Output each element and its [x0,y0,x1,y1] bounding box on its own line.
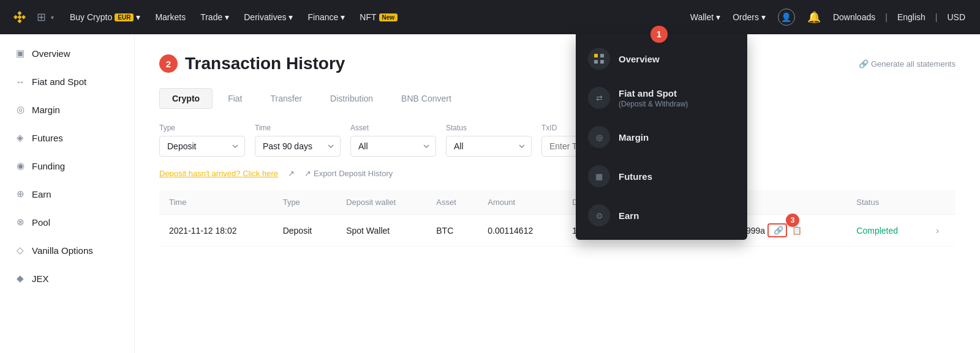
cell-asset: BTC [426,215,478,247]
sidebar-fiat-spot-label: Fiat and Spot [32,76,86,87]
filters-row: Type Deposit Time Past 90 days Asset All… [159,124,956,157]
sidebar-futures-label: Futures [32,133,63,143]
nav-finance-label: Finance [307,12,338,22]
funding-icon: ◉ [15,160,26,171]
pool-icon: ⊗ [15,217,26,228]
type-filter: Type Deposit [159,124,245,157]
tab-fiat[interactable]: Fiat [215,88,255,109]
sidebar-item-jex[interactable]: ◆ JEX [0,264,134,292]
txid-copy-box: 🔗 [767,223,787,237]
tab-bnb-convert[interactable]: BNB Convert [388,88,464,109]
futures-dropdown-icon: ▦ [588,165,610,187]
topnav-right: Wallet ▾ Orders ▾ 👤 🔔 Downloads | Englis… [685,0,970,34]
wallet-overview-item[interactable]: Overview [576,39,747,78]
nav-markets[interactable]: Markets [149,0,192,34]
sidebar-item-futures[interactable]: ◈ Futures [0,124,134,152]
overview-dropdown-text: Overview [619,54,660,64]
nav-derivatives-label: Derivatives [244,12,286,22]
tab-crypto[interactable]: Crypto [159,88,213,109]
sidebar-item-fiat-spot[interactable]: ↔ Fiat and Spot [0,67,134,95]
deposit-arrived-link[interactable]: Deposit hasn't arrived? Click here [159,169,278,178]
orders-label: Orders [733,12,759,22]
table-body: 2021-11-12 18:02 Deposit Spot Wallet BTC… [159,215,956,247]
export-deposit-history-link[interactable]: ↗ Export Deposit History [304,169,393,178]
status-label: Status [446,124,532,132]
table-header: Time Type Deposit wallet Asset Amount De… [159,190,956,215]
generate-icon: 🔗 [859,59,869,69]
links-row: Deposit hasn't arrived? Click here ↗ ↗ E… [159,169,956,178]
sidebar-overview-label: Overview [32,48,70,59]
time-select[interactable]: Past 90 days [255,136,341,157]
futures-dropdown-text: Futures [619,171,652,182]
cell-arrow: › [926,215,956,247]
orders-button[interactable]: Orders ▾ [728,0,771,34]
bell-button[interactable]: 🔔 [802,0,826,34]
margin-dropdown-icon: ◎ [588,126,610,148]
page-title: Transaction History [185,54,345,73]
nav-buy-crypto[interactable]: Buy Crypto EUR ▾ [64,0,146,34]
currency-button[interactable]: USD [942,0,970,34]
txid-clipboard-icon[interactable]: 📋 [792,226,802,235]
margin-dropdown-text: Margin [619,132,649,143]
badge-3: 3 [786,214,799,227]
earn-dropdown-text: Earn [619,210,639,221]
earn-icon: ⊕ [15,188,26,199]
wallet-margin-item[interactable]: ◎ Margin [576,117,747,157]
overview-icon: ▣ [15,48,26,59]
sidebar-margin-label: Margin [32,105,60,115]
txid-copy-icon[interactable]: 🔗 [774,226,783,235]
downloads-button[interactable]: Downloads [828,0,880,34]
col-deposit-wallet: Deposit wallet [336,190,426,215]
derivatives-chevron-icon: ▾ [288,12,293,22]
language-button[interactable]: English [892,0,930,34]
cell-type: Deposit [273,215,337,247]
profile-icon-button[interactable]: 👤 [773,0,800,34]
downloads-label: Downloads [833,12,875,22]
tab-distribution[interactable]: Distribution [317,88,386,109]
svg-rect-3 [594,60,598,64]
sidebar-item-margin[interactable]: ◎ Margin [0,95,134,124]
grid-icon[interactable]: ⊞ [37,10,46,24]
divider: | [885,12,888,22]
col-amount: Amount [478,190,562,215]
logo[interactable] [10,7,29,27]
sidebar-funding-label: Funding [32,161,65,171]
sidebar-item-earn[interactable]: ⊕ Earn [0,180,134,208]
sidebar-item-vanilla-options[interactable]: ◇ Vanilla Options [0,236,134,264]
buy-crypto-chevron-icon: ▾ [136,12,140,22]
sidebar-item-funding[interactable]: ◉ Funding [0,152,134,180]
transaction-table: Time Type Deposit wallet Asset Amount De… [159,190,956,247]
type-select[interactable]: Deposit [159,136,245,157]
nav-nft[interactable]: NFT New [353,0,404,34]
nav-trade-label: Trade [200,12,222,22]
wallet-dropdown-menu: Overview ⇄ Fiat and Spot (Deposit & With… [576,34,747,240]
status-select[interactable]: All [446,136,532,157]
type-label: Type [159,124,245,132]
sidebar-item-overview[interactable]: ▣ Overview [0,39,134,67]
row-arrow-icon[interactable]: › [936,226,939,236]
nav-derivatives[interactable]: Derivatives ▾ [238,0,299,34]
asset-select[interactable]: All [350,136,436,157]
badge-1: 1 [650,26,668,43]
nav-trade[interactable]: Trade ▾ [194,0,235,34]
nav-finance[interactable]: Finance ▾ [301,0,351,34]
sidebar-earn-label: Earn [32,189,51,199]
nav-nft-label: NFT [360,12,376,22]
table-row: 2021-11-12 18:02 Deposit Spot Wallet BTC… [159,215,956,247]
wallet-fiat-spot-item[interactable]: ⇄ Fiat and Spot (Deposit & Withdraw) [576,78,747,117]
time-filter: Time Past 90 days [255,124,341,157]
wallet-label: Wallet [690,12,714,22]
wallet-button[interactable]: Wallet ▾ [685,0,725,34]
trade-chevron-icon: ▾ [225,12,229,22]
sidebar-item-pool[interactable]: ⊗ Pool [0,208,134,236]
wallet-futures-item[interactable]: ▦ Futures [576,157,747,196]
status-filter: Status All [446,124,532,157]
page-layout: ▣ Overview ↔ Fiat and Spot ◎ Margin ◈ Fu… [0,34,980,353]
fiat-spot-dropdown-text: Fiat and Spot (Deposit & Withdraw) [619,88,688,108]
sidebar: ▣ Overview ↔ Fiat and Spot ◎ Margin ◈ Fu… [0,34,135,353]
tab-transfer[interactable]: Transfer [257,88,315,109]
main-content: 2 Transaction History 🔗 Generate all sta… [135,34,980,353]
new-badge: New [379,13,398,21]
generate-all-statements-link[interactable]: 🔗 Generate all statements [859,59,956,69]
wallet-earn-item[interactable]: ⊙ Earn [576,196,747,235]
